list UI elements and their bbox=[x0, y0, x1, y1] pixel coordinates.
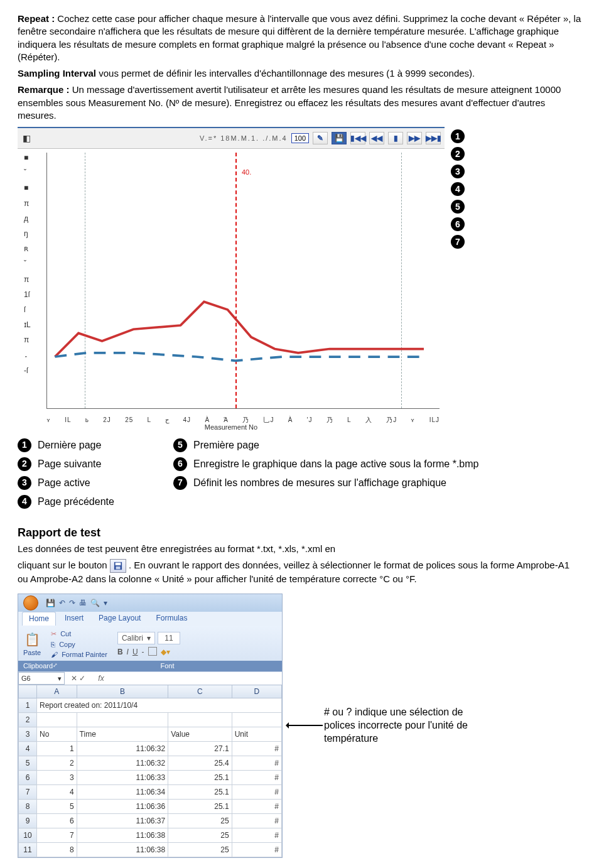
cut-icon[interactable]: ✂ bbox=[51, 629, 57, 639]
qat-print-icon[interactable]: 🖶 bbox=[79, 598, 87, 608]
legend-text-2: Page suivante bbox=[38, 457, 101, 471]
group-label-font: Font bbox=[161, 661, 175, 671]
table-row[interactable]: 11811:06:3825# bbox=[19, 843, 282, 857]
table-row[interactable]: 4111:06:3227.1# bbox=[19, 742, 282, 756]
chart-title-scrawl: V.=* 18M.M.1. ./.M.4 bbox=[200, 134, 288, 143]
remarque-body: Un message d'avertissement avertit l'uti… bbox=[18, 84, 561, 121]
table-row[interactable]: 2 bbox=[19, 713, 282, 727]
chart-count-box[interactable]: 100 bbox=[291, 133, 309, 144]
ribbon-body: 📋 Paste ✂Cut ⎘Copy 🖌Format Painter Calib… bbox=[18, 626, 282, 661]
bold-remarque-label: Remarque : bbox=[18, 84, 70, 95]
bold-repeat-label: Repeat : bbox=[18, 13, 55, 24]
rapport-line2: cliquant sur le bouton . En ouvrant le r… bbox=[18, 559, 581, 585]
qat-redo-icon[interactable]: ↷ bbox=[69, 598, 75, 608]
copy-icon[interactable]: ⎘ bbox=[51, 640, 55, 649]
callout-6: 6 bbox=[451, 217, 465, 231]
excel-qat: 💾 ↶ ↷ 🖶 🔍 ▾ bbox=[18, 594, 282, 612]
section-title-rapport: Rapport de test bbox=[18, 525, 581, 540]
repeat-body: Cochez cette case pour afficher chaque m… bbox=[18, 13, 581, 62]
save-icon[interactable] bbox=[110, 559, 126, 573]
legend-badge-2: 2 bbox=[18, 457, 31, 471]
qat-save-icon[interactable]: 💾 bbox=[46, 598, 55, 608]
sampling-body: vous permet de définir les intervalles d… bbox=[96, 68, 475, 79]
paste-icon[interactable]: 📋 bbox=[24, 631, 40, 648]
legend-text-3: Page active bbox=[38, 476, 90, 490]
format-painter-label: Format Painter bbox=[62, 650, 107, 659]
fill-color-icon[interactable]: ◆▾ bbox=[161, 647, 170, 657]
tab-formulas[interactable]: Formulas bbox=[149, 612, 193, 626]
legend-badge-1: 1 bbox=[18, 438, 31, 452]
col-head-c[interactable]: C bbox=[168, 685, 232, 698]
legend-text-4: Page précédente bbox=[38, 495, 114, 509]
legend-text-5: Première page bbox=[193, 438, 259, 452]
paragraph-remarque: Remarque : Un message d'avertissement av… bbox=[18, 84, 581, 122]
underline-icon[interactable]: U bbox=[132, 647, 138, 657]
table-row[interactable]: 5211:06:3225.4# bbox=[19, 756, 282, 771]
formula-bar: G6▾ ✕ ✓ fx bbox=[18, 671, 282, 685]
legend-badge-3: 3 bbox=[18, 476, 31, 490]
group-label-clipboard: Clipboard bbox=[23, 661, 53, 671]
rapport-line1: Les données de test peuvent être enregis… bbox=[18, 543, 581, 555]
bold-icon[interactable]: B bbox=[117, 647, 123, 657]
set-count-icon[interactable]: ✎ bbox=[313, 132, 328, 144]
cut-label: Cut bbox=[60, 629, 71, 639]
table-row[interactable]: 3NoTimeValueUnit bbox=[19, 727, 282, 742]
col-head-rownum[interactable] bbox=[19, 685, 37, 698]
table-row[interactable]: 1Report created on: 2011/10/4 bbox=[19, 698, 282, 713]
legend-badge-6: 6 bbox=[173, 457, 187, 471]
prev-page-icon[interactable]: ◀◀ bbox=[369, 132, 384, 144]
legend-badge-5: 5 bbox=[173, 438, 187, 452]
svg-rect-2 bbox=[116, 567, 120, 569]
qat-preview-icon[interactable]: 🔍 bbox=[90, 598, 100, 608]
name-box[interactable]: G6▾ bbox=[18, 672, 65, 685]
table-row[interactable]: 6311:06:3325.1# bbox=[19, 771, 282, 785]
chart-plot-area: ■ˇ■πдŋʀˇπ1ſſɪLπ⸼-ſ 40. ʏILь2J25Lح4JÀΆ乃乚J… bbox=[18, 149, 445, 425]
table-row[interactable]: 7411:06:3425.1# bbox=[19, 785, 282, 800]
chart-window: ◧ V.=* 18M.M.1. ./.M.4 100 ✎ 💾 ▮◀◀ ◀◀ ▮ … bbox=[18, 127, 445, 432]
legend-badge-4: 4 bbox=[18, 495, 31, 509]
spreadsheet[interactable]: A B C D 1Report created on: 2011/10/423N… bbox=[18, 685, 282, 857]
rapport-line2-a: cliquant sur le bouton bbox=[18, 560, 110, 570]
chart-callouts: 1 2 3 4 5 6 7 bbox=[451, 129, 465, 249]
tab-insert[interactable]: Insert bbox=[58, 612, 90, 626]
format-painter-icon[interactable]: 🖌 bbox=[51, 650, 58, 659]
bold-sampling-label: Sampling Interval bbox=[18, 68, 96, 79]
svg-rect-1 bbox=[115, 563, 121, 565]
callout-2: 2 bbox=[451, 147, 465, 161]
copy-label: Copy bbox=[59, 640, 75, 649]
save-bmp-icon[interactable]: 💾 bbox=[332, 132, 347, 144]
callout-7: 7 bbox=[451, 235, 465, 249]
chart-legend: 1Dernière page 5Première page 2Page suiv… bbox=[18, 438, 581, 509]
next-page-icon[interactable]: ▶▶ bbox=[407, 132, 422, 144]
fx-icon[interactable]: fx bbox=[98, 673, 104, 683]
tab-pagelayout[interactable]: Page Layout bbox=[92, 612, 147, 626]
italic-icon[interactable]: I bbox=[127, 647, 129, 657]
annotation-text: # ou ? indique une sélection de polices … bbox=[324, 706, 487, 745]
paragraph-repeat: Repeat : Cochez cette case pour afficher… bbox=[18, 13, 581, 63]
callout-4: 4 bbox=[451, 182, 465, 196]
font-name-dropdown[interactable]: Calibri▾ bbox=[117, 632, 155, 644]
legend-badge-7: 7 bbox=[173, 476, 187, 490]
table-row[interactable]: 8511:06:3625.1# bbox=[19, 800, 282, 814]
first-page-icon[interactable]: ▮◀◀ bbox=[350, 132, 365, 144]
office-orb-icon[interactable] bbox=[23, 595, 38, 610]
tab-home[interactable]: Home bbox=[22, 612, 56, 626]
active-page-icon[interactable]: ▮ bbox=[388, 132, 403, 144]
chart-plot: 40. bbox=[46, 153, 440, 409]
table-row[interactable]: 10711:06:3825# bbox=[19, 828, 282, 843]
qat-undo-icon[interactable]: ↶ bbox=[59, 598, 65, 608]
font-size-dropdown[interactable]: 11 bbox=[158, 632, 180, 644]
last-page-icon[interactable]: ▶▶▮ bbox=[426, 132, 441, 144]
table-row[interactable]: 9611:06:3725# bbox=[19, 814, 282, 828]
qat-dropdown-icon[interactable]: ▾ bbox=[104, 598, 107, 608]
border-icon[interactable] bbox=[148, 647, 157, 656]
col-head-a[interactable]: A bbox=[37, 685, 77, 698]
qat-icons: 💾 ↶ ↷ 🖶 🔍 ▾ bbox=[46, 598, 107, 608]
col-head-d[interactable]: D bbox=[232, 685, 281, 698]
legend-text-6: Enregistre le graphique dans la page act… bbox=[193, 457, 478, 471]
excel-window: 💾 ↶ ↷ 🖶 🔍 ▾ Home Insert Page Layout Form… bbox=[18, 594, 283, 858]
ribbon-tabs: Home Insert Page Layout Formulas bbox=[18, 612, 282, 626]
col-head-b[interactable]: B bbox=[77, 685, 168, 698]
legend-text-1: Dernière page bbox=[38, 438, 101, 452]
chart-toolbar: ◧ V.=* 18M.M.1. ./.M.4 100 ✎ 💾 ▮◀◀ ◀◀ ▮ … bbox=[18, 128, 445, 149]
